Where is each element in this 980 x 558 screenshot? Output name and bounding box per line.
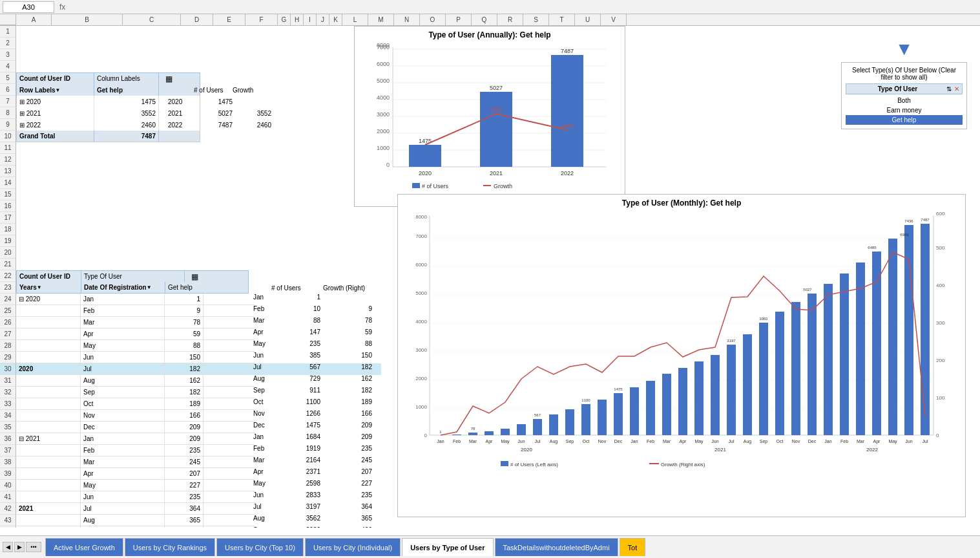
tab-nav: ◀ ▶ ••• <box>3 542 41 552</box>
col-header-d[interactable]: D <box>181 14 213 25</box>
row-5: 5 <box>0 72 16 84</box>
svg-text:600: 600 <box>936 211 945 217</box>
col-header-e[interactable]: E <box>213 14 245 25</box>
filter-arrow-icon: ▼ <box>841 39 967 59</box>
pivot2-date-col[interactable]: Date Of Registration ▼ <box>81 282 165 293</box>
col-header-b[interactable]: B <box>52 14 123 25</box>
tab-users-by-city-individual[interactable]: Users by City (Individual) <box>305 538 401 556</box>
pivot2-filter-label: Get help <box>165 282 211 293</box>
row-19: 19 <box>0 235 16 247</box>
tab-task-details[interactable]: TaskDetailswithoutdeletedByAdmi <box>495 538 618 556</box>
pivot1-filter-label[interactable]: Get help <box>94 84 159 96</box>
svg-rect-81 <box>840 274 849 435</box>
bar-2020 <box>409 145 441 167</box>
svg-text:Oct: Oct <box>583 439 590 444</box>
col-header-r[interactable]: R <box>497 14 523 25</box>
year-2021: 2021 <box>168 107 194 119</box>
svg-rect-80 <box>824 284 833 435</box>
filter-item-earn[interactable]: Earn money <box>846 105 963 115</box>
row-15: 15 <box>0 189 16 200</box>
col-header-n[interactable]: N <box>394 14 420 25</box>
tab-tot[interactable]: Tot <box>620 538 646 556</box>
svg-rect-58 <box>468 433 477 435</box>
tab-users-by-type[interactable]: Users by Type of User <box>402 538 493 556</box>
col-header-j[interactable]: J <box>317 14 329 25</box>
col-header-h[interactable]: H <box>291 14 304 25</box>
tab-nav-next[interactable]: ▶ <box>14 542 25 552</box>
svg-text:5027: 5027 <box>803 288 812 292</box>
col-header-k[interactable]: K <box>329 14 342 25</box>
row-29: 29 <box>0 352 16 363</box>
svg-text:3982: 3982 <box>759 317 768 321</box>
col-header-g[interactable]: G <box>278 14 291 25</box>
pivot1-filter-icon[interactable]: ▦ <box>165 74 172 83</box>
col-header-s[interactable]: S <box>523 14 549 25</box>
col-header-i[interactable]: I <box>304 14 317 25</box>
svg-text:0: 0 <box>386 162 390 168</box>
filter-item-gethelp[interactable]: Get help <box>846 115 963 125</box>
col-header-f[interactable]: F <box>245 14 278 25</box>
name-box[interactable] <box>3 1 54 13</box>
svg-rect-72 <box>694 361 704 435</box>
pivot1-row-labels[interactable]: Row Labels ▼ <box>17 84 94 96</box>
filter-prompt: Select Type(s) Of User Below (Clear filt… <box>846 67 963 81</box>
tab-nav-more[interactable]: ••• <box>26 542 41 552</box>
pivot1-header2: Column Labels <box>94 73 159 84</box>
col-num-users-label: # of Users <box>194 84 233 96</box>
svg-text:Jul: Jul <box>923 439 928 444</box>
filter-header-label: Type Of User <box>849 85 946 92</box>
pivot2-header1: Count of User ID <box>17 271 81 282</box>
svg-rect-60 <box>501 429 510 435</box>
svg-text:8000: 8000 <box>377 42 390 48</box>
tab-nav-prev[interactable]: ◀ <box>3 542 13 552</box>
col-header-l[interactable]: L <box>342 14 368 25</box>
filter-type-header[interactable]: Type Of User ⇅ ✕ <box>846 83 963 94</box>
svg-text:Jun: Jun <box>711 439 718 444</box>
row-33: 33 <box>0 398 16 410</box>
svg-text:Apr: Apr <box>680 439 687 444</box>
svg-text:Feb: Feb <box>647 439 654 444</box>
col-header-u[interactable]: U <box>575 14 601 25</box>
svg-text:Jul: Jul <box>535 439 541 444</box>
svg-text:2020: 2020 <box>419 170 432 177</box>
row-22: 22 <box>0 270 16 282</box>
row-8: 8 <box>0 107 16 119</box>
tab-active-user-growth[interactable]: Active User Growth <box>45 538 123 556</box>
svg-text:300: 300 <box>936 320 945 326</box>
svg-text:4000: 4000 <box>377 94 390 101</box>
filter-item-both[interactable]: Both <box>846 96 963 105</box>
pivot2-years-col[interactable]: Years ▼ <box>17 282 81 293</box>
growth-2022: 2460 <box>233 119 271 131</box>
column-headers: A B C D E F G H I J K L M N O P Q R S T … <box>0 14 980 26</box>
col-header-c[interactable]: C <box>123 14 181 25</box>
col-header-q[interactable]: Q <box>472 14 497 25</box>
tab-users-by-city-top10[interactable]: Users by City (Top 10) <box>216 538 304 556</box>
filter-clear-icon[interactable]: ✕ <box>954 85 959 92</box>
svg-text:0: 0 <box>424 433 428 438</box>
users-2022: 7487 <box>194 119 233 131</box>
col-header-p[interactable]: P <box>446 14 472 25</box>
row-36: 36 <box>0 433 16 445</box>
svg-rect-121 <box>501 461 508 466</box>
row-18: 18 <box>0 224 16 235</box>
svg-text:Growth: Growth <box>494 183 512 189</box>
filter-sort-icon[interactable]: ⇅ <box>946 85 952 92</box>
row-3: 3 <box>0 49 16 61</box>
svg-text:8000: 8000 <box>415 214 427 220</box>
col-header-o[interactable]: O <box>420 14 446 25</box>
svg-text:5000: 5000 <box>377 78 390 84</box>
pivot2-header2: Type Of User <box>81 271 185 282</box>
svg-text:7487: 7487 <box>921 218 930 222</box>
col-header-a[interactable]: A <box>16 14 52 25</box>
svg-text:May: May <box>501 439 510 444</box>
col-header-m[interactable]: M <box>368 14 394 25</box>
col-header-v[interactable]: V <box>601 14 627 25</box>
col-header-t[interactable]: T <box>549 14 575 25</box>
row-23: 23 <box>0 282 16 294</box>
row-2: 2 <box>0 38 16 49</box>
tab-users-by-city-rankings[interactable]: Users by City Rankings <box>125 538 215 556</box>
pivot2-filter-icon[interactable]: ▦ <box>191 272 198 281</box>
svg-text:3000: 3000 <box>377 111 390 118</box>
row-30: 30 <box>0 363 16 375</box>
row-25: 25 <box>0 305 16 317</box>
